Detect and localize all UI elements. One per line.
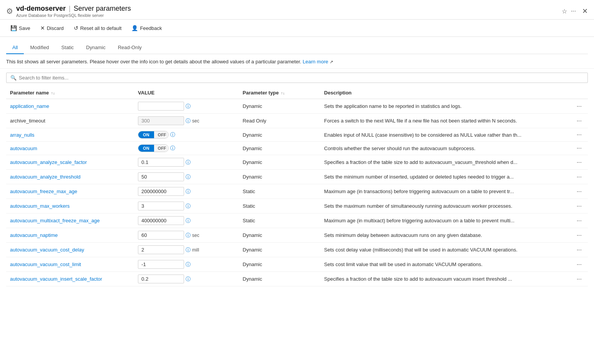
param-value-cell: ONOFFⓘ [134, 142, 239, 155]
info-icon[interactable]: ⓘ [186, 117, 191, 124]
toggle-on[interactable]: ON [138, 131, 154, 138]
value-input[interactable] [138, 202, 184, 210]
reset-button[interactable]: ↺ Reset all to default [70, 23, 126, 33]
value-wrap: ONOFFⓘ [138, 131, 235, 139]
tab-static[interactable]: Static [55, 41, 80, 54]
info-icon[interactable]: ⓘ [186, 174, 191, 180]
tab-dynamic[interactable]: Dynamic [80, 41, 112, 54]
info-icon[interactable]: ⓘ [186, 159, 191, 166]
param-name-cell: autovacuum [6, 142, 134, 155]
row-more-button[interactable]: ··· [574, 246, 584, 254]
param-actions-cell: ··· [571, 228, 588, 243]
param-name-link[interactable]: autovacuum_vacuum_insert_scale_factor [10, 276, 102, 282]
more-options-icon[interactable]: ··· [571, 8, 576, 15]
param-value-cell: ⓘmill [134, 243, 239, 257]
value-wrap: ⓘ [138, 202, 235, 210]
discard-button[interactable]: ✕ Discard [36, 23, 68, 33]
sort-icon-name[interactable]: ↑↓ [51, 91, 55, 95]
row-more-button[interactable]: ··· [574, 131, 584, 139]
param-actions-cell: ··· [571, 142, 588, 155]
discard-icon: ✕ [40, 25, 45, 31]
param-name-link[interactable]: autovacuum_naptime [10, 232, 58, 238]
favorite-icon[interactable]: ☆ [562, 8, 567, 15]
toggle-switch[interactable]: ONOFF [138, 144, 169, 152]
info-icon[interactable]: ⓘ [186, 232, 191, 239]
value-input[interactable] [138, 231, 184, 240]
search-input[interactable] [19, 75, 584, 81]
value-input[interactable] [138, 260, 184, 269]
param-name-cell: autovacuum_vacuum_insert_scale_factor [6, 272, 134, 286]
value-wrap: ⓘ [138, 172, 235, 181]
row-more-button[interactable]: ··· [574, 275, 584, 283]
value-input[interactable] [138, 172, 184, 181]
title-separator: | [69, 5, 71, 13]
param-name-link[interactable]: autovacuum_multixact_freeze_max_age [10, 218, 100, 223]
param-description-cell: Specifies a fraction of the table size t… [320, 272, 571, 286]
row-more-button[interactable]: ··· [574, 260, 584, 268]
row-more-button[interactable]: ··· [574, 202, 584, 210]
param-description-cell: Sets the minimum number of inserted, upd… [320, 170, 571, 184]
param-description-cell: Maximum age (in multixact) before trigge… [320, 213, 571, 228]
param-value-cell: ONOFFⓘ [134, 128, 239, 142]
save-button[interactable]: 💾 Save [6, 23, 35, 33]
param-description-cell: Sets the application name to be reported… [320, 99, 571, 114]
param-name-link[interactable]: autovacuum [10, 146, 37, 151]
tab-read-only[interactable]: Read-Only [112, 41, 148, 54]
value-input[interactable] [138, 102, 184, 111]
learn-more-link[interactable]: Learn more [303, 59, 328, 65]
param-name-link[interactable]: application_name [10, 103, 49, 109]
unit-label: mill [192, 247, 199, 253]
param-name-link[interactable]: autovacuum_freeze_max_age [10, 189, 77, 194]
info-icon[interactable]: ⓘ [186, 103, 191, 110]
param-name-link[interactable]: autovacuum_vacuum_cost_delay [10, 247, 84, 253]
param-actions-cell: ··· [571, 155, 588, 170]
close-icon[interactable]: ✕ [582, 7, 588, 15]
row-more-button[interactable]: ··· [574, 158, 584, 166]
param-name-cell: autovacuum_analyze_threshold [6, 170, 134, 184]
info-icon[interactable]: ⓘ [170, 131, 175, 138]
param-name-link[interactable]: array_nulls [10, 132, 35, 138]
toggle-off[interactable]: OFF [154, 145, 169, 152]
tab-modified[interactable]: Modified [24, 41, 55, 54]
param-name-link[interactable]: autovacuum_vacuum_cost_limit [10, 261, 81, 267]
info-icon[interactable]: ⓘ [186, 188, 191, 195]
search-icon: 🔍 [10, 75, 17, 81]
feedback-button[interactable]: 👤 Feedback [127, 23, 166, 33]
row-more-button[interactable]: ··· [574, 231, 584, 239]
table-row: application_nameⓘDynamicSets the applica… [6, 99, 588, 114]
param-type-cell: Static [239, 184, 320, 199]
info-icon[interactable]: ⓘ [186, 217, 191, 224]
value-input[interactable] [138, 275, 184, 283]
tab-all[interactable]: All [6, 41, 24, 54]
info-icon[interactable]: ⓘ [186, 276, 191, 283]
toggle-switch[interactable]: ONOFF [138, 131, 169, 139]
toolbar: 💾 Save ✕ Discard ↺ Reset all to default … [0, 20, 594, 37]
value-input[interactable] [138, 187, 184, 196]
param-actions-cell: ··· [571, 272, 588, 286]
value-input[interactable] [138, 216, 184, 225]
sort-icon-type[interactable]: ↑↓ [281, 91, 285, 95]
toggle-off[interactable]: OFF [154, 131, 169, 138]
value-input[interactable] [138, 245, 184, 254]
value-input[interactable] [138, 158, 184, 167]
param-name-link[interactable]: autovacuum_max_workers [10, 203, 70, 209]
info-icon[interactable]: ⓘ [186, 203, 191, 210]
info-icon[interactable]: ⓘ [170, 145, 175, 152]
info-icon[interactable]: ⓘ [186, 261, 191, 268]
info-icon[interactable]: ⓘ [186, 247, 191, 253]
param-name-link[interactable]: autovacuum_analyze_scale_factor [10, 159, 87, 165]
param-description-cell: Forces a switch to the next WAL file if … [320, 114, 571, 128]
row-more-button[interactable]: ··· [574, 102, 584, 110]
toggle-on[interactable]: ON [138, 145, 154, 152]
param-description-cell: Controls whether the server should run t… [320, 142, 571, 155]
description-text: This list shows all server parameters. P… [6, 59, 301, 65]
row-more-button[interactable]: ··· [574, 117, 584, 125]
feedback-icon: 👤 [131, 25, 138, 31]
table-row: archive_timeoutⓘsecRead OnlyForces a swi… [6, 114, 588, 128]
row-more-button[interactable]: ··· [574, 173, 584, 181]
row-more-button[interactable]: ··· [574, 187, 584, 195]
param-description-cell: Sets minimum delay between autovacuum ru… [320, 228, 571, 243]
row-more-button[interactable]: ··· [574, 217, 584, 225]
row-more-button[interactable]: ··· [574, 144, 584, 152]
param-name-link[interactable]: autovacuum_analyze_threshold [10, 174, 81, 180]
